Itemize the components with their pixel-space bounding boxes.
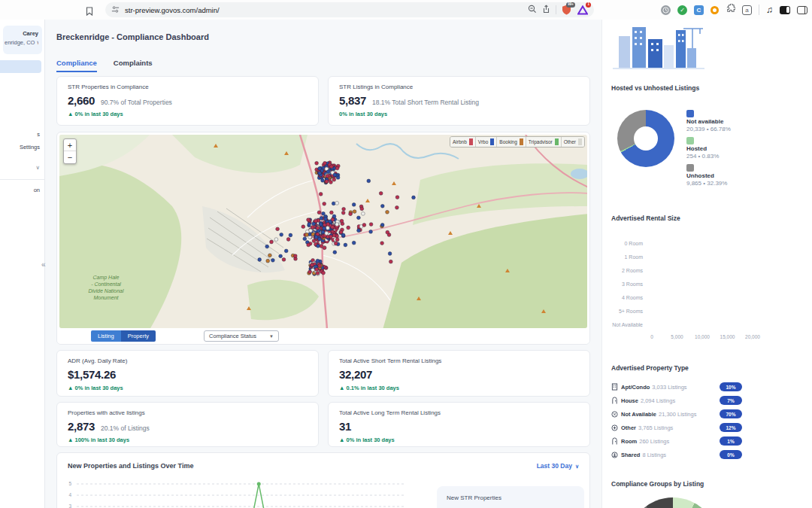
timeline-range-dropdown[interactable]: Last 30 Day∨ — [537, 462, 579, 470]
door-icon — [611, 397, 621, 404]
property-type-count: 260 Listings — [639, 438, 669, 445]
stat-card-properties-active-listings: Properties with active listings 2,87320.… — [56, 402, 319, 447]
sidebar-item-active[interactable] — [0, 60, 41, 73]
donut-legend-item: Not available 20,339 • 66.78% — [686, 110, 731, 132]
history-extension-icon[interactable] — [661, 5, 671, 15]
shield-badge-count: 99+ — [566, 2, 575, 8]
tab-compliance[interactable]: Compliance — [56, 59, 97, 72]
property-type-row: Other 3,765 Listings 12% — [611, 421, 742, 434]
bar-track — [647, 252, 748, 262]
bar-category-label: Not Available — [611, 322, 647, 327]
hosted-donut-legend: Not available 20,339 • 66.78% Hosted 254… — [686, 110, 731, 191]
bar-track — [647, 293, 748, 303]
sidebar-section-chevron-icon[interactable]: ∨ — [36, 164, 41, 171]
bar-row: 0 Room — [611, 236, 812, 250]
legend-label: Hosted — [686, 145, 731, 152]
bar-row: 4 Rooms — [611, 291, 812, 304]
stat-title: ADR (Avg. Daily Rate) — [68, 357, 308, 364]
adblock-shield-icon[interactable]: 99+ — [562, 5, 572, 15]
workspace-selector[interactable]: Carey enridge, CO ∨ — [3, 26, 42, 54]
app-shell: Carey enridge, CO ∨ s Settings ∨ on « Br… — [0, 20, 812, 508]
map-legend-other-button[interactable]: Other — [562, 137, 584, 147]
svg-text:Camp Hale: Camp Hale — [92, 275, 119, 281]
bar-track — [647, 266, 748, 275]
side-panel-icon[interactable] — [797, 6, 807, 14]
url-bar[interactable]: str-preview.govos.com/admin/ 99+ 1 — [105, 2, 594, 17]
property-type-row: Apt/Condo 3,033 Listings 10% — [611, 380, 742, 394]
map-legend-vrbo-button[interactable]: Vrbo — [476, 137, 498, 147]
map-legend-tripadvisor-button[interactable]: Tripadvisor — [526, 137, 562, 147]
compliance-status-dropdown[interactable]: Compliance Status▼ — [204, 330, 279, 342]
error-triangle-icon[interactable]: 1 — [577, 5, 588, 15]
divider — [0, 179, 44, 180]
section-title: Advertised Rental Size — [611, 214, 812, 222]
platform-color-chip — [469, 138, 473, 145]
advertised-property-type-section: Advertised Property Type Apt/Condo 3,033… — [611, 364, 812, 461]
ring-extension-icon[interactable] — [710, 6, 719, 14]
toggle-listing-button[interactable]: Listing — [91, 330, 121, 342]
right-panel: Hosted vs Unhosted Listings Not availabl… — [601, 20, 812, 508]
sidebar-item[interactable]: on — [34, 187, 40, 193]
property-type-percent-badge: 10% — [720, 382, 742, 391]
map-legend-booking-button[interactable]: Booking — [497, 137, 526, 147]
advertised-rental-size-section: Advertised Rental Size 0 Room 1 Room 2 R… — [611, 214, 812, 342]
compliance-groups-pie-chart — [628, 497, 718, 508]
stat-card-active-str-listings: Total Active Short Term Rental Listings … — [328, 350, 590, 397]
toggle-property-button[interactable]: Property — [121, 330, 156, 342]
url-actions: 99+ 1 — [528, 3, 588, 17]
extensions-puzzle-icon[interactable] — [726, 3, 735, 17]
alert-badge-count: 1 — [586, 2, 591, 8]
map-zoom-in-button[interactable]: + — [64, 139, 76, 151]
map-legend-airbnb-button[interactable]: Airbnb — [450, 137, 476, 147]
stat-title: Total Active Short Term Rental Listings — [339, 357, 579, 364]
page: str-preview.govos.com/admin/ 99+ 1 — [0, 0, 812, 508]
bar-category-label: 3 Rooms — [611, 281, 647, 287]
platform-label: Vrbo — [478, 139, 489, 144]
browser-chrome: str-preview.govos.com/admin/ 99+ 1 — [0, 0, 812, 20]
legend-label: Unhosted — [686, 172, 731, 179]
share-icon[interactable] — [542, 3, 550, 17]
new-str-properties-panel: New STR Properties 00.% of Total Propert… — [437, 486, 584, 508]
sidebar-item-settings[interactable]: Settings — [20, 144, 40, 151]
sidebar-item[interactable]: s — [37, 131, 40, 138]
sidebar-collapse-button[interactable]: « — [41, 260, 46, 269]
map[interactable]: Camp Hale- ContinentalDivide NationalMon… — [59, 135, 587, 328]
circle-plus-icon — [611, 424, 621, 431]
bar-category-label: 1 Room — [611, 254, 647, 260]
map-zoom-out-button[interactable]: − — [64, 151, 76, 163]
bar-category-label: 4 Rooms — [611, 295, 647, 300]
property-type-count: 2,094 Listings — [641, 397, 675, 404]
bookmark-icon[interactable] — [86, 5, 93, 19]
stat-value: 32,207 — [339, 368, 372, 381]
property-type-count: 3,765 Listings — [638, 424, 673, 431]
main-content: Breckenridge - Compliance Dashboard Comp… — [45, 20, 601, 508]
zoom-out-icon[interactable] — [528, 3, 537, 17]
section-title: Hosted vs Unhosted Listings — [611, 84, 812, 92]
svg-text:Divide National: Divide National — [88, 288, 124, 294]
timeline-chart-card: New Properties and Listings Over Time La… — [56, 452, 590, 508]
map-zoom-control: + − — [63, 138, 77, 164]
property-type-row: House 2,094 Listings 7% — [611, 394, 742, 407]
find-extension-icon[interactable]: a — [742, 5, 752, 15]
legend-value: 20,339 • 66.78% — [686, 126, 731, 132]
page-title: Breckenridge - Compliance Dashboard — [56, 32, 209, 41]
chevron-down-icon: ∨ — [575, 464, 579, 469]
stat-value: 31 — [339, 420, 351, 433]
svg-text:4: 4 — [68, 492, 71, 497]
music-note-icon[interactable]: ♫ — [766, 5, 773, 15]
map-platform-legend: AirbnbVrboBookingTripadvisorOther — [450, 136, 585, 148]
property-type-label: Apt/Condo — [621, 384, 650, 391]
c-extension-icon[interactable]: C — [694, 5, 704, 15]
divider — [556, 5, 556, 14]
site-settings-icon[interactable] — [111, 3, 120, 17]
platform-label: Airbnb — [453, 139, 467, 144]
property-type-label: Other — [621, 424, 636, 431]
stat-title: Properties with active listings — [68, 409, 308, 416]
bar-category-label: 2 Rooms — [611, 268, 647, 273]
check-extension-icon[interactable]: ✓ — [677, 5, 687, 15]
split-panel-icon[interactable] — [780, 6, 790, 14]
stat-value: 5,837 — [339, 94, 366, 107]
tab-complaints[interactable]: Complaints — [114, 59, 153, 72]
url-text[interactable]: str-preview.govos.com/admin/ — [125, 6, 528, 14]
bar-row: 5+ Rooms — [611, 304, 812, 318]
